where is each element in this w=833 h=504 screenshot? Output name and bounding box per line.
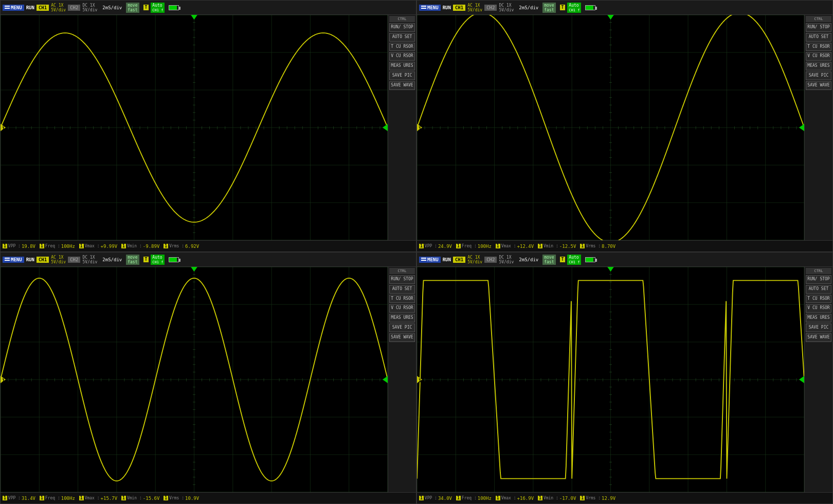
ctrl-btn-t-cu-rsor[interactable]: T CU RSOR xyxy=(806,43,831,51)
ch-badge: 1 xyxy=(79,496,84,500)
ctrl-btn-save-wave[interactable]: SAVE WAVE xyxy=(806,333,831,342)
timebase: 2mS/div xyxy=(519,5,538,10)
menu-button[interactable]: MENU xyxy=(3,257,24,263)
ch-badge: 1 xyxy=(456,244,461,248)
osc-body: 1CTRLRUN/ STOPAUTO SETT CU RSORV CU RSOR… xyxy=(1,267,416,492)
ctrl-btn-t-cu-rsor[interactable]: T CU RSOR xyxy=(806,295,831,303)
ch1-label[interactable]: CH1 xyxy=(453,257,465,263)
ch2-coupling: DC 1X5V/div xyxy=(82,3,97,12)
meas-value: 31.4V xyxy=(22,496,35,501)
ctrl-btn-run-stop[interactable]: RUN/ STOP xyxy=(806,23,831,32)
osc-header: MENU RUN CH1 AC 1X5V/div CH2 DC 1X5V/div… xyxy=(417,253,832,267)
ctrl-btn-run-stop[interactable]: RUN/ STOP xyxy=(389,275,415,284)
meas-value: -17.0V xyxy=(559,496,576,501)
grid-svg: 1 xyxy=(1,15,388,240)
ch1-label[interactable]: CH1 xyxy=(37,257,49,263)
ctrl-btn-save-pic[interactable]: SAVE PIC xyxy=(389,323,415,332)
ctrl-btn-auto-set[interactable]: AUTO SET xyxy=(806,285,831,294)
osc-body: 1CTRLRUN/ STOPAUTO SETT CU RSORV CU RSOR… xyxy=(1,15,416,240)
ch-badge: 1 xyxy=(538,496,542,500)
grid-svg: 1 xyxy=(417,267,804,492)
ctrl-btn-t-cu-rsor[interactable]: T CU RSOR xyxy=(389,43,415,51)
battery-indicator xyxy=(585,257,595,262)
ch2-label[interactable]: CH2 xyxy=(68,5,80,11)
oscilloscope-screen: 1 xyxy=(1,267,388,492)
meas-label: Vmax : xyxy=(501,496,516,500)
meas-value: +15.7V xyxy=(101,496,118,501)
ch2-label[interactable]: CH2 xyxy=(484,257,497,263)
measurement-1: 1 VPP : 34.0V xyxy=(419,496,452,501)
oscilloscope-screen: 1 xyxy=(417,15,804,240)
meas-label: Vrms : xyxy=(169,496,184,500)
meas-value: +12.4V xyxy=(517,244,534,249)
ctrl-btn-v-cu-rsor[interactable]: V CU RSOR xyxy=(806,52,831,61)
ch-badge: 1 xyxy=(3,244,7,248)
ch1-coupling: AC 1X5V/div xyxy=(467,255,482,264)
ch-badge: 1 xyxy=(496,244,500,248)
svg-text:1: 1 xyxy=(419,125,422,131)
meas-label: Vmin : xyxy=(127,244,142,248)
trigger-label: T xyxy=(143,257,149,262)
meas-label: Freq : xyxy=(462,496,477,500)
osc-header: MENU RUN CH1 AC 1X5V/div CH2 DC 1X5V/div… xyxy=(1,1,416,15)
ctrl-btn-auto-set[interactable]: AUTO SET xyxy=(389,285,415,294)
ctrl-btn-meas-ures[interactable]: MEAS URES xyxy=(389,314,415,322)
ch1-coupling: AC 1X5V/div xyxy=(467,3,482,12)
meas-value: 100Hz xyxy=(61,244,75,249)
menu-icon xyxy=(5,258,10,262)
meas-value: 100Hz xyxy=(478,244,492,249)
meas-value: 12.9V xyxy=(602,496,615,501)
menu-button[interactable]: MENU xyxy=(419,5,441,11)
oscilloscope-1: MENU RUN CH1 AC 1X5V/div CH2 DC 1X5V/div… xyxy=(0,0,416,252)
measurements-footer: 1 VPP : 19.8V 1 Freq : 100Hz 1 Vmax : +9… xyxy=(1,240,416,251)
trigger-right-marker xyxy=(383,124,388,131)
measurement-2: 1 Freq : 100Hz xyxy=(456,244,492,249)
ctrl-btn-t-cu-rsor[interactable]: T CU RSOR xyxy=(389,295,415,303)
ch-badge: 1 xyxy=(40,244,44,248)
ctrl-btn-run-stop[interactable]: RUN/ STOP xyxy=(806,275,831,284)
ctrl-label: CTRL xyxy=(389,268,415,274)
meas-value: +9.99V xyxy=(101,244,118,249)
ch2-label[interactable]: CH2 xyxy=(484,5,497,11)
auto-label: AutoCH1 f xyxy=(151,255,165,265)
ch2-label[interactable]: CH2 xyxy=(68,257,80,263)
ctrl-btn-auto-set[interactable]: AUTO SET xyxy=(389,33,415,42)
move-label: movefast xyxy=(542,255,555,265)
ctrl-btn-save-wave[interactable]: SAVE WAVE xyxy=(806,81,831,90)
osc-header: MENU RUN CH1 AC 1X5V/div CH2 DC 1X5V/div… xyxy=(1,253,416,267)
meas-value: 8.70V xyxy=(602,244,615,249)
meas-label: Freq : xyxy=(462,244,477,248)
ch-badge: 1 xyxy=(496,496,500,500)
ch2-coupling: DC 1X5V/div xyxy=(499,255,514,264)
ch-badge: 1 xyxy=(538,244,542,248)
ctrl-btn-v-cu-rsor[interactable]: V CU RSOR xyxy=(806,304,831,313)
timebase: 2mS/div xyxy=(102,257,122,262)
ctrl-btn-save-wave[interactable]: SAVE WAVE xyxy=(389,81,415,90)
menu-button[interactable]: MENU xyxy=(3,5,24,11)
ctrl-btn-meas-ures[interactable]: MEAS URES xyxy=(389,62,415,70)
ctrl-btn-save-pic[interactable]: SAVE PIC xyxy=(806,323,831,332)
ctrl-btn-save-pic[interactable]: SAVE PIC xyxy=(389,71,415,80)
ch1-label[interactable]: CH1 xyxy=(453,5,465,11)
ctrl-btn-meas-ures[interactable]: MEAS URES xyxy=(806,62,831,70)
ctrl-btn-v-cu-rsor[interactable]: V CU RSOR xyxy=(389,52,415,61)
ch1-label[interactable]: CH1 xyxy=(37,5,49,11)
ctrl-btn-run-stop[interactable]: RUN/ STOP xyxy=(389,23,415,32)
ctrl-btn-meas-ures[interactable]: MEAS URES xyxy=(806,314,831,322)
ch-badge: 1 xyxy=(79,244,84,248)
meas-value: 100Hz xyxy=(61,496,75,501)
auto-label: AutoCH1 f xyxy=(567,255,581,265)
ctrl-btn-v-cu-rsor[interactable]: V CU RSOR xyxy=(389,304,415,313)
ctrl-btn-save-pic[interactable]: SAVE PIC xyxy=(806,71,831,80)
meas-label: Vrms : xyxy=(169,244,184,248)
meas-value: -15.6V xyxy=(143,496,160,501)
menu-button[interactable]: MENU xyxy=(419,257,441,263)
measurement-1: 1 VPP : 31.4V xyxy=(3,496,35,501)
measurement-4: 1 Vmin : -17.0V xyxy=(538,496,576,501)
ctrl-label: CTRL xyxy=(806,268,831,274)
trigger-label: T xyxy=(560,257,566,262)
ctrl-btn-save-wave[interactable]: SAVE WAVE xyxy=(389,333,415,342)
meas-label: Vmax : xyxy=(85,496,100,500)
osc-body: 1CTRLRUN/ STOPAUTO SETT CU RSORV CU RSOR… xyxy=(417,15,832,240)
ctrl-btn-auto-set[interactable]: AUTO SET xyxy=(806,33,831,42)
